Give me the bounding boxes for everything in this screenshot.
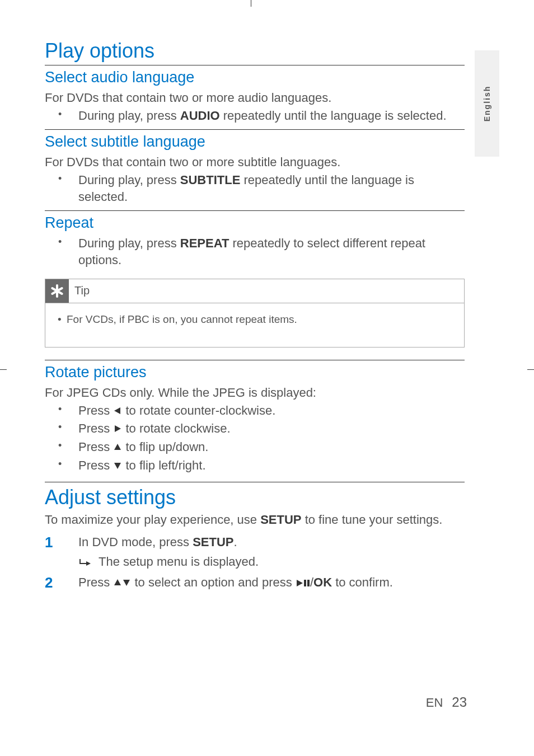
crop-mark bbox=[0, 369, 7, 370]
text: The setup menu is displayed. bbox=[99, 555, 259, 569]
svg-marker-3 bbox=[114, 407, 120, 414]
list-item: Press to flip up/down. bbox=[45, 439, 465, 456]
arrow-left-icon bbox=[113, 403, 122, 420]
language-tab: English bbox=[475, 50, 499, 157]
tip-header: Tip bbox=[45, 279, 464, 303]
audio-list: During play, press AUDIO repeatedly unti… bbox=[45, 107, 465, 124]
text: repeatedly until the language is selecte… bbox=[220, 109, 447, 123]
text: to confirm. bbox=[332, 575, 393, 589]
tip-callout: Tip For VCDs, if PBC is on, you cannot r… bbox=[45, 279, 465, 348]
svg-marker-7 bbox=[86, 561, 91, 566]
svg-marker-6 bbox=[114, 463, 121, 469]
svg-rect-11 bbox=[304, 580, 306, 586]
text: to select an option and press bbox=[131, 575, 296, 589]
list-item: During play, press SUBTITLE repeatedly u… bbox=[45, 172, 465, 205]
text: During play, press bbox=[78, 236, 180, 250]
heading-rotate: Rotate pictures bbox=[45, 364, 465, 381]
step-1: 1 In DVD mode, press SETUP. The setup me… bbox=[45, 533, 465, 571]
text: to flip up/down. bbox=[122, 440, 208, 454]
tip-body: For VCDs, if PBC is on, you cannot repea… bbox=[45, 303, 464, 347]
text: In DVD mode, press bbox=[78, 535, 193, 549]
substep: The setup menu is displayed. bbox=[78, 552, 465, 571]
text: Press bbox=[78, 575, 113, 589]
divider bbox=[45, 129, 465, 130]
key-ok: OK bbox=[313, 575, 332, 589]
steps-list: 1 In DVD mode, press SETUP. The setup me… bbox=[45, 533, 465, 592]
arrow-up-icon bbox=[113, 439, 122, 456]
crop-mark bbox=[251, 0, 251, 7]
text: During play, press bbox=[78, 109, 180, 123]
divider bbox=[45, 210, 465, 211]
svg-marker-8 bbox=[114, 579, 121, 585]
crop-mark bbox=[45, 35, 51, 36]
page-footer: EN 23 bbox=[426, 694, 467, 710]
divider bbox=[45, 360, 465, 360]
play-icon bbox=[296, 574, 303, 592]
audio-intro: For DVDs that contain two or more audio … bbox=[45, 90, 465, 106]
text: to rotate clockwise. bbox=[122, 421, 230, 435]
language-tab-label: English bbox=[483, 86, 491, 122]
list-item: During play, press AUDIO repeatedly unti… bbox=[45, 107, 465, 124]
key-setup: SETUP bbox=[193, 535, 233, 549]
footer-lang: EN bbox=[426, 696, 443, 710]
manual-page: English Play options Select audio langua… bbox=[0, 0, 534, 756]
list-item: Press to flip left/right. bbox=[45, 457, 465, 475]
crop-mark bbox=[527, 369, 534, 370]
text: Press bbox=[78, 421, 113, 435]
heading-select-audio: Select audio language bbox=[45, 69, 465, 86]
svg-marker-4 bbox=[115, 425, 121, 432]
svg-rect-12 bbox=[307, 580, 310, 586]
key-subtitle: SUBTITLE bbox=[180, 173, 241, 187]
repeat-list: During play, press REPEAT repeatedly to … bbox=[45, 235, 465, 268]
divider bbox=[45, 482, 465, 482]
rotate-list: Press to rotate counter-clockwise. Press… bbox=[45, 402, 465, 475]
step-number: 1 bbox=[45, 532, 53, 553]
text: to rotate counter-clockwise. bbox=[122, 403, 275, 417]
subtitle-intro: For DVDs that contain two or more subtit… bbox=[45, 154, 465, 171]
arrow-up-icon bbox=[113, 574, 122, 592]
step-2: 2 Press to select an option and press /O… bbox=[45, 573, 465, 592]
adjust-intro: To maximize your play experience, use SE… bbox=[45, 511, 465, 528]
subtitle-list: During play, press SUBTITLE repeatedly u… bbox=[45, 172, 465, 205]
svg-marker-9 bbox=[123, 580, 130, 586]
step-number: 2 bbox=[45, 572, 53, 594]
arrow-down-icon bbox=[113, 458, 122, 475]
text: to flip left/right. bbox=[122, 458, 205, 472]
list-item: Press to rotate clockwise. bbox=[45, 420, 465, 438]
divider bbox=[45, 65, 465, 65]
heading-repeat: Repeat bbox=[45, 214, 465, 232]
text: Press bbox=[78, 440, 113, 454]
text: During play, press bbox=[78, 173, 180, 187]
page-number: 23 bbox=[452, 694, 467, 710]
asterisk-icon bbox=[45, 279, 69, 303]
rotate-intro: For JPEG CDs only. While the JPEG is dis… bbox=[45, 384, 465, 401]
text: . bbox=[234, 535, 237, 549]
list-item: During play, press REPEAT repeatedly to … bbox=[45, 235, 465, 268]
text: to fine tune your settings. bbox=[302, 513, 443, 527]
result-arrow-icon bbox=[78, 555, 92, 573]
text: To maximize your play experience, use bbox=[45, 513, 260, 527]
key-audio: AUDIO bbox=[180, 109, 220, 123]
tip-label: Tip bbox=[74, 284, 90, 297]
key-setup: SETUP bbox=[260, 513, 301, 527]
content-column: Play options Select audio language For D… bbox=[45, 39, 465, 592]
list-item: Press to rotate counter-clockwise. bbox=[45, 402, 465, 420]
key-repeat: REPEAT bbox=[180, 236, 229, 250]
pause-icon bbox=[303, 574, 310, 592]
text: Press bbox=[78, 403, 113, 417]
arrow-down-icon bbox=[122, 574, 131, 592]
text: Press bbox=[78, 458, 113, 472]
heading-adjust-settings: Adjust settings bbox=[45, 486, 465, 509]
svg-marker-5 bbox=[114, 444, 121, 450]
heading-play-options: Play options bbox=[45, 39, 465, 63]
svg-marker-10 bbox=[297, 580, 303, 586]
heading-select-subtitle: Select subtitle language bbox=[45, 133, 465, 151]
tip-text: For VCDs, if PBC is on, you cannot repea… bbox=[55, 313, 454, 326]
arrow-right-icon bbox=[113, 421, 122, 438]
